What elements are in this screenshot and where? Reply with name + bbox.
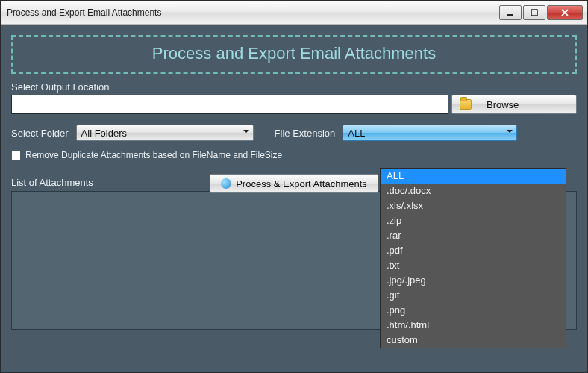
extension-dropdown-list[interactable]: ALL .doc/.docx .xls/.xlsx .zip .rar .pdf…: [380, 168, 566, 348]
banner-heading: Process and Export Email Attachments: [152, 44, 436, 63]
output-location-input[interactable]: [11, 95, 448, 114]
maximize-button[interactable]: [523, 5, 545, 20]
extension-option[interactable]: .zip: [381, 213, 566, 228]
extension-option[interactable]: .png: [381, 303, 566, 318]
process-icon: [221, 178, 231, 189]
extension-option[interactable]: ALL: [381, 169, 566, 184]
process-export-button[interactable]: Process & Export Attachments: [210, 174, 378, 193]
file-extension-label: File Extension: [275, 128, 336, 139]
extension-option[interactable]: .pdf: [381, 243, 566, 258]
extension-option[interactable]: .jpg/.jpeg: [381, 273, 566, 288]
window-controls: [498, 5, 583, 20]
folder-combobox[interactable]: All Folders: [76, 125, 254, 141]
app-window: Process and Export Email Attachments Pro…: [0, 0, 588, 373]
content-area: Process and Export Email Attachments Sel…: [1, 25, 587, 372]
folder-icon: [460, 99, 472, 110]
window-title: Process and Export Email Attachments: [7, 7, 498, 18]
extension-option[interactable]: .rar: [381, 228, 566, 243]
extension-option[interactable]: .txt: [381, 258, 566, 273]
folder-selected: All Folders: [81, 128, 127, 139]
process-button-label: Process & Export Attachments: [236, 178, 367, 189]
output-location-label: Select Output Location: [11, 81, 577, 93]
svg-rect-1: [531, 10, 537, 16]
select-folder-label: Select Folder: [11, 128, 69, 139]
browse-button-label: Browse: [487, 99, 519, 110]
extension-option[interactable]: .doc/.docx: [381, 184, 566, 198]
extension-option[interactable]: custom: [381, 333, 566, 348]
remove-duplicates-label: Remove Duplicate Attachments based on Fi…: [25, 150, 282, 160]
extension-combobox[interactable]: ALL: [343, 125, 517, 141]
remove-duplicates-checkbox[interactable]: [11, 151, 21, 160]
browse-button[interactable]: Browse: [451, 95, 577, 114]
extension-option[interactable]: .xls/.xlsx: [381, 198, 566, 213]
banner: Process and Export Email Attachments: [11, 35, 577, 74]
extension-selected: ALL: [348, 128, 365, 139]
minimize-button[interactable]: [499, 5, 522, 20]
svg-rect-0: [507, 14, 513, 16]
extension-option[interactable]: .htm/.html: [381, 318, 566, 333]
extension-option[interactable]: .gif: [381, 288, 566, 303]
titlebar[interactable]: Process and Export Email Attachments: [1, 1, 587, 25]
close-button[interactable]: [547, 5, 583, 20]
